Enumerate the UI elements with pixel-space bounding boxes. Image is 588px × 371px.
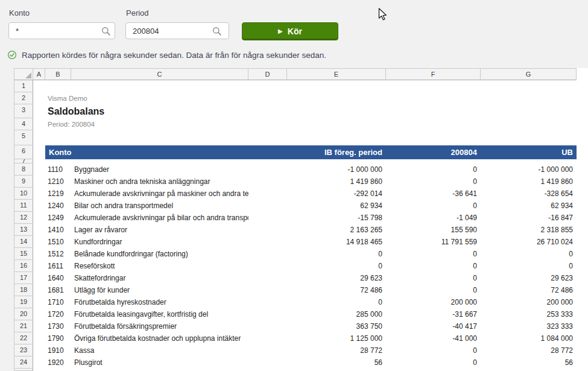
table-row[interactable]: 1681Utlägg för kunder72 486072 486 — [33, 284, 577, 296]
row-header-15[interactable]: 15 — [14, 248, 33, 260]
cell-ib[interactable]: -1 000 000 — [287, 163, 382, 176]
run-button[interactable]: ▶ Kör — [242, 22, 338, 40]
cell-ib[interactable]: 62 934 — [287, 200, 382, 212]
cell-period[interactable]: -41 000 — [386, 332, 477, 344]
table-row[interactable]: 1920Plusgirot56056 — [33, 357, 577, 369]
cell-name[interactable]: Förutbetalda leasingavgifter, kortfristi… — [74, 308, 248, 320]
cell-period[interactable]: 0 — [386, 176, 477, 188]
row-header-4[interactable]: 4 — [14, 118, 33, 130]
cell-ub[interactable]: 26 710 024 — [481, 236, 573, 248]
cell-konto[interactable]: 1681 — [48, 284, 72, 296]
cell-period[interactable]: 0 — [386, 344, 477, 357]
row-header-20[interactable]: 20 — [14, 308, 33, 320]
row-header-5[interactable]: 5 — [14, 130, 33, 145]
cell-ub[interactable]: -16 847 — [481, 212, 573, 224]
row-header-18[interactable]: 18 — [14, 284, 33, 296]
column-header-A[interactable]: A — [33, 68, 45, 80]
table-row[interactable]: 1720Förutbetalda leasingavgifter, kortfr… — [33, 308, 577, 320]
cell-ib[interactable]: 1 125 000 — [287, 332, 382, 344]
cell-period[interactable]: 0 — [386, 163, 477, 176]
cell-ib[interactable]: -15 798 — [287, 212, 382, 224]
row-header-2[interactable]: 2 — [14, 92, 33, 104]
column-header-C[interactable]: C — [71, 68, 248, 80]
cell-ub[interactable]: -1 000 000 — [481, 163, 573, 176]
konto-input[interactable] — [8, 22, 115, 39]
table-row[interactable]: 1611Reseförskott000 — [33, 260, 577, 272]
cell-period[interactable]: 0 — [386, 272, 477, 284]
cell-period[interactable]: 0 — [386, 200, 477, 212]
column-header-B[interactable]: B — [45, 68, 71, 80]
column-header-G[interactable]: G — [481, 68, 577, 80]
cell-ub[interactable]: 0 — [481, 248, 573, 260]
cell-name[interactable]: Förutbetalda hyreskostnader — [74, 296, 248, 308]
table-row[interactable]: 1249Ackumulerade avskrivningar på bilar … — [33, 212, 577, 224]
cell-konto[interactable]: 1510 — [48, 236, 72, 248]
cell-period[interactable]: -36 641 — [386, 188, 477, 200]
cell-period[interactable]: -31 667 — [386, 308, 477, 320]
cell-ib[interactable]: 285 000 — [287, 308, 382, 320]
row-header-19[interactable]: 19 — [14, 296, 33, 308]
row-header-17[interactable]: 17 — [14, 272, 33, 284]
cell-name[interactable]: Reseförskott — [74, 260, 248, 272]
cell-name[interactable]: Lager av råvaror — [74, 224, 248, 236]
table-row[interactable]: 1790Övriga förutbetalda kostnader och up… — [33, 332, 577, 344]
cell-konto[interactable]: 1240 — [48, 200, 72, 212]
cell-konto[interactable]: 1790 — [48, 332, 72, 344]
cell-ib[interactable]: 2 163 265 — [287, 224, 382, 236]
cell-name[interactable]: Utlägg för kunder — [74, 284, 248, 296]
cell-konto[interactable]: 1920 — [48, 357, 72, 369]
cell-name[interactable]: Kundfordringar — [74, 236, 248, 248]
cell-konto[interactable]: 1730 — [48, 320, 72, 332]
cell-name[interactable]: Övriga förutbetalda kostnader och upplup… — [74, 332, 248, 344]
column-header-D[interactable]: D — [248, 68, 287, 80]
cell-konto[interactable]: 1910 — [48, 344, 72, 357]
cell-ib[interactable]: 72 486 — [287, 284, 382, 296]
cell-name[interactable]: Maskiner och andra tekniska anläggningar — [74, 176, 248, 188]
cell-ib[interactable]: 1 419 860 — [287, 176, 382, 188]
row-header-12[interactable]: 12 — [14, 212, 33, 224]
row-header-11[interactable]: 11 — [14, 200, 33, 212]
cell-konto[interactable]: 1249 — [48, 212, 72, 224]
row-header-24[interactable]: 24 — [14, 357, 33, 369]
table-row[interactable]: 1510Kundfordringar14 918 46511 791 55926… — [33, 236, 577, 248]
row-header-3[interactable]: 3 — [14, 104, 33, 118]
row-header-6[interactable]: 6 — [14, 145, 33, 159]
row-header-partial[interactable] — [14, 369, 33, 371]
magnifier-icon[interactable] — [101, 27, 111, 36]
table-row[interactable]: 1110Byggnader-1 000 0000-1 000 000 — [33, 163, 577, 176]
select-all-corner[interactable] — [14, 68, 33, 80]
cell-name[interactable]: Ackumulerade avskrivningar på maskiner o… — [74, 188, 248, 200]
cell-konto[interactable]: 1110 — [48, 163, 72, 176]
cell-ub[interactable]: 28 772 — [481, 344, 573, 357]
cell-name[interactable]: Plusgirot — [74, 357, 248, 369]
cell-period[interactable]: -40 417 — [386, 320, 477, 332]
cell-ub[interactable]: 2 318 855 — [481, 224, 573, 236]
cell-name[interactable]: Byggnader — [74, 163, 248, 176]
table-row[interactable]: 1219Ackumulerade avskrivningar på maskin… — [33, 188, 577, 200]
cell-ub[interactable]: 29 623 — [481, 272, 573, 284]
table-row[interactable]: 1910Kassa28 772028 772 — [33, 344, 577, 357]
column-header-F[interactable]: F — [386, 68, 481, 80]
cell-period[interactable]: 11 791 559 — [386, 236, 477, 248]
cell-name[interactable]: Förutbetalda försäkringspremier — [74, 320, 248, 332]
table-row[interactable]: 1410Lager av råvaror2 163 265155 5902 31… — [33, 224, 577, 236]
cell-ub[interactable]: 62 934 — [481, 200, 573, 212]
cell-ub[interactable]: 1 084 000 — [481, 332, 573, 344]
cell-ub[interactable]: 0 — [481, 260, 573, 272]
cell-period[interactable]: 0 — [386, 248, 477, 260]
cell-name[interactable]: Ackumulerade avskrivningar på bilar och … — [74, 212, 248, 224]
cell-ib[interactable]: 28 772 — [287, 344, 382, 357]
cell-ib[interactable]: 363 750 — [287, 320, 382, 332]
cell-name[interactable]: Belånade kundfordringar (factoring) — [74, 248, 248, 260]
cell-konto[interactable]: 1219 — [48, 188, 72, 200]
cell-name[interactable]: Skattefordringar — [74, 272, 248, 284]
cell-ub[interactable]: 253 333 — [481, 308, 573, 320]
cell-konto[interactable]: 1640 — [48, 272, 72, 284]
cell-ib[interactable]: 0 — [287, 248, 382, 260]
cell-ub[interactable]: 323 333 — [481, 320, 573, 332]
cell-period[interactable]: 155 590 — [386, 224, 477, 236]
cell-ub[interactable]: 200 000 — [481, 296, 573, 308]
cell-name[interactable]: Kassa — [74, 344, 248, 357]
cell-ub[interactable]: -328 654 — [481, 188, 573, 200]
cell-ib[interactable]: 0 — [287, 260, 382, 272]
